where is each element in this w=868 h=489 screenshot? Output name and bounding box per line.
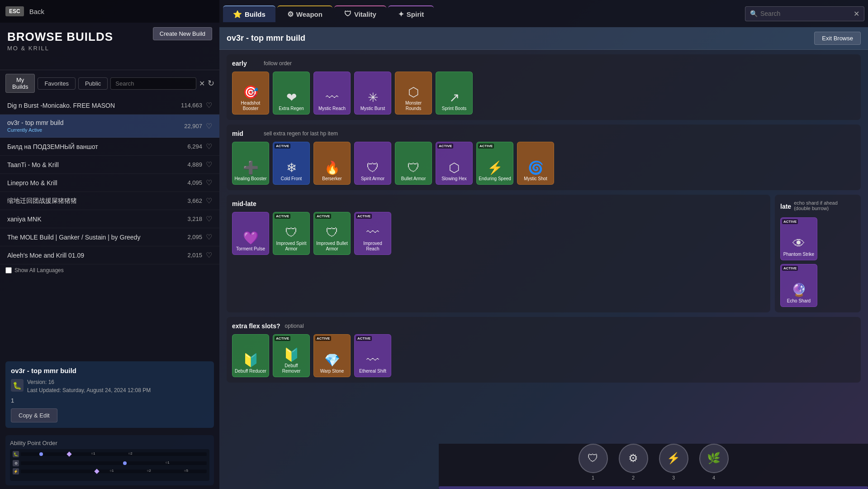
item-phantom-strike[interactable]: ACTIVE 👁 Phantom Strike (780, 217, 817, 260)
build-count: 3,662 (187, 197, 202, 204)
exit-browse-button[interactable]: Exit Browse (814, 32, 861, 45)
create-build-button[interactable]: Create New Build (153, 27, 212, 40)
filter-my-builds[interactable]: My Builds (5, 74, 35, 93)
ability-label-o2: ○2 (128, 451, 132, 455)
mystic-shot-icon: 🌀 (528, 162, 544, 174)
item-improved-reach[interactable]: ACTIVE 〰 Improved Reach (354, 212, 391, 255)
item-echo-shard[interactable]: ACTIVE 🔮 Echo Shard (780, 264, 817, 307)
builds-search-input[interactable] (110, 77, 196, 90)
item-monster-rounds[interactable]: ⬡ Monster Rounds (395, 72, 432, 115)
refresh-button[interactable]: ↻ (208, 78, 214, 88)
main-search-input[interactable] (760, 10, 851, 17)
heart-button[interactable]: ♡ (206, 160, 212, 169)
build-detail-title: ov3r - top mmr build (11, 367, 209, 374)
copy-edit-button[interactable]: Copy & Edit (11, 408, 57, 422)
item-torment-pulse[interactable]: 💜 Torment Pulse (232, 212, 269, 255)
mystic-reach-name: Mystic Reach (318, 106, 346, 111)
build-item-right: 2,095 ♡ (187, 233, 212, 241)
item-enduring-speed[interactable]: ACTIVE ⚡ Enduring Speed (476, 142, 513, 185)
filter-bar: My Builds Favorites Public ✕ ↻ (0, 70, 219, 96)
item-bullet-armor[interactable]: 🛡 Bullet Armor (395, 142, 432, 185)
build-list-item[interactable]: xaniya MNK 3,218 ♡ (0, 210, 219, 228)
heart-button[interactable]: ♡ (206, 251, 212, 259)
item-improved-bullet-armor[interactable]: ACTIVE 🛡 Improved Bullet Armor (313, 212, 351, 255)
flex-slots-label: extra flex slots? (232, 322, 280, 330)
filter-favorites[interactable]: Favorites (38, 77, 75, 90)
build-item-name: 缩地迁回团战援屎猪猪猪 (7, 197, 187, 205)
build-item-info: Linepro Mo & Krill (7, 179, 187, 187)
heart-button[interactable]: ♡ (206, 142, 212, 151)
ability-1-button[interactable]: 🛡 (579, 444, 608, 473)
build-item-info: TaanTi - Mo & Krill (7, 161, 187, 168)
back-button[interactable]: Back (29, 8, 44, 15)
tab-builds[interactable]: ⭐ Builds (223, 5, 275, 22)
ability-3-button[interactable]: ⚡ (659, 444, 688, 473)
filter-public[interactable]: Public (78, 77, 108, 90)
late-label: late (780, 203, 791, 210)
build-count: 2,095 (187, 234, 202, 240)
esc-button[interactable]: ESC (5, 6, 24, 16)
late-header: late echo shard if ahead (double burrow) (780, 200, 855, 215)
heart-button[interactable]: ♡ (206, 101, 212, 110)
heart-button[interactable]: ♡ (206, 233, 212, 241)
tab-weapon[interactable]: ⚙ Weapon (277, 5, 332, 22)
build-count: 6,294 (187, 143, 202, 150)
heart-button[interactable]: ♡ (206, 122, 212, 130)
show-languages-checkbox[interactable] (5, 267, 12, 273)
slowing-hex-icon: ⬡ (449, 162, 460, 174)
heart-button[interactable]: ♡ (206, 178, 212, 187)
top-bar: ESC Back (0, 0, 219, 23)
weapon-tab-icon: ⚙ (287, 10, 294, 19)
heart-button[interactable]: ♡ (206, 215, 212, 223)
item-sprint-boots[interactable]: ↗ Sprint Boots (436, 72, 473, 115)
item-cold-front[interactable]: ACTIVE ❄ Cold Front (273, 142, 310, 185)
ability-label-o1c: ○1 (109, 469, 114, 473)
item-mystic-reach[interactable]: 〰 Mystic Reach (313, 72, 351, 115)
item-slowing-hex[interactable]: ACTIVE ⬡ Slowing Hex (436, 142, 473, 185)
item-debuff-reducer[interactable]: 🔰 Debuff Reducer (232, 334, 269, 377)
item-berserker[interactable]: 🔥 Berserker (313, 142, 351, 185)
ability-4-container: 🌿 4 (699, 444, 729, 480)
item-improved-spirit-armor[interactable]: ACTIVE 🛡 Improved Spirit Armor (273, 212, 310, 255)
item-extra-regen[interactable]: ❤ Extra Regen (273, 72, 310, 115)
build-list-item[interactable]: The MOLE Build | Ganker / Sustain | by G… (0, 228, 219, 246)
item-spirit-armor[interactable]: 🛡 Spirit Armor (354, 142, 391, 185)
build-list-item[interactable]: 缩地迁回团战援屎猪猪猪 3,662 ♡ (0, 192, 219, 210)
tab-spirit[interactable]: ✦ Spirit (388, 5, 434, 22)
ability-order-section: Ability Point Order 🐛 ○1 ○2 ⚙ ○1 (5, 435, 214, 485)
search-close-button[interactable]: ✕ (854, 10, 859, 18)
late-items-row: ACTIVE 👁 Phantom Strike ACTIVE 🔮 Echo Sh… (780, 217, 855, 307)
build-count: 4,889 (187, 161, 202, 168)
build-list-item[interactable]: Aleeh's Moe and Krill 01.09 2,015 ♡ (0, 246, 219, 264)
early-label: early (232, 60, 259, 67)
item-headshot-booster[interactable]: 🎯 Headshot Booster (232, 72, 269, 115)
mid-section: mid sell extra regen for last hp item ➕ … (227, 125, 861, 190)
echo-shard-icon: 🔮 (791, 284, 807, 297)
heart-button[interactable]: ♡ (206, 197, 212, 205)
ability-icon-1: 🐛 (13, 451, 19, 457)
item-debuff-remover[interactable]: ACTIVE 🔰 Debuff Remover (273, 334, 310, 377)
tab-vitality[interactable]: 🛡 Vitality (334, 5, 386, 22)
ability-4-button[interactable]: 🌿 (699, 444, 729, 473)
build-list-item[interactable]: TaanTi - Mo & Krill 4,889 ♡ (0, 156, 219, 174)
builds-tab-label: Builds (245, 10, 266, 18)
cold-front-icon: ❄ (286, 162, 297, 174)
phantom-strike-name: Phantom Strike (783, 252, 814, 257)
show-all-languages[interactable]: Show All Languages (0, 264, 219, 276)
clear-search-button[interactable]: ✕ (199, 79, 205, 88)
item-mystic-shot[interactable]: 🌀 Mystic Shot (517, 142, 554, 185)
item-warp-stone[interactable]: ACTIVE 💎 Warp Stone (313, 334, 351, 377)
build-list-item[interactable]: ov3r - top mmr buildCurrently Active 22,… (0, 115, 219, 138)
improved-reach-name: Improved Reach (356, 241, 389, 252)
build-list-item[interactable]: Linepro Mo & Krill 4,095 ♡ (0, 174, 219, 192)
ability-2-button[interactable]: ⚙ (619, 444, 648, 473)
item-healing-booster[interactable]: ➕ Healing Booster (232, 142, 269, 185)
ability-3-container: ⚡ 3 (659, 444, 688, 480)
improved-reach-badge: ACTIVE (356, 214, 372, 219)
build-list-item[interactable]: Dig n Burst -Monicako. FREE MASON 114,66… (0, 96, 219, 115)
build-list-item[interactable]: Билд на ПОДЗЕМНЫЙ ваншот 6,294 ♡ (0, 138, 219, 156)
mid-label: mid (232, 130, 259, 137)
item-mystic-burst[interactable]: ✳ Mystic Burst (354, 72, 391, 115)
build-count: 3,218 (187, 216, 202, 222)
item-ethereal-shift[interactable]: ACTIVE 〰 Ethereal Shift (354, 334, 391, 377)
